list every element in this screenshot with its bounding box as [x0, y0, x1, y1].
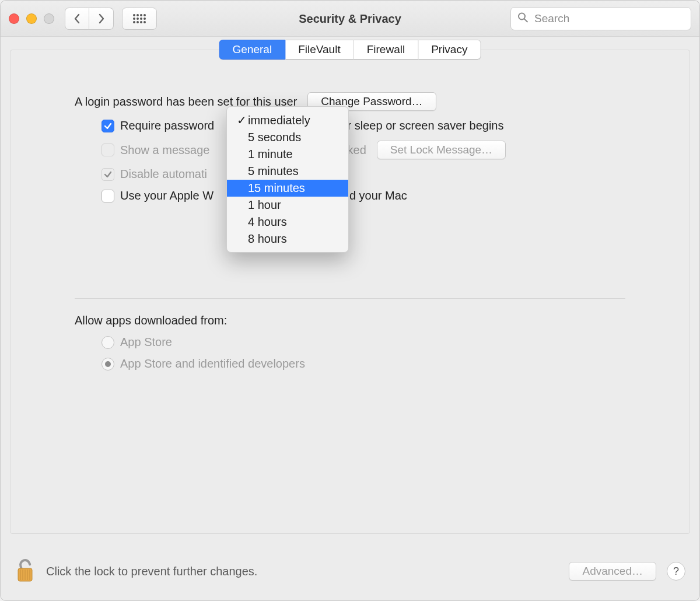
tab-privacy[interactable]: Privacy	[418, 40, 481, 60]
disable-automatic-login-checkbox	[102, 168, 114, 181]
content-panel: General FileVault Firewall Privacy A log…	[10, 50, 690, 534]
allow-apps-heading: Allow apps downloaded from:	[75, 314, 227, 327]
svg-point-9	[136, 21, 139, 23]
svg-point-4	[133, 18, 135, 20]
nav-buttons	[65, 8, 114, 30]
show-lock-message-label: Show a message	[120, 144, 209, 157]
show-lock-message-checkbox	[102, 144, 114, 156]
dropdown-option[interactable]: 15 minutes	[227, 180, 348, 197]
chevron-left-icon	[73, 13, 81, 24]
search-icon	[517, 12, 528, 25]
forward-button[interactable]	[89, 8, 114, 30]
radio-app-store-label: App Store	[120, 336, 172, 349]
disable-automatic-login-label: Disable automati	[120, 167, 207, 181]
checkmark-icon	[104, 170, 112, 179]
show-all-button[interactable]	[122, 8, 157, 30]
dropdown-option[interactable]: 1 hour	[227, 197, 348, 214]
dropdown-option[interactable]: 5 minutes	[227, 163, 348, 180]
checkmark-icon: ✓	[235, 113, 248, 127]
require-password-delay-dropdown[interactable]: ✓ immediately 5 seconds 1 minute 5 minut…	[226, 106, 349, 253]
require-password-label-pre: Require password	[120, 119, 214, 132]
tab-firewall[interactable]: Firewall	[354, 40, 418, 60]
svg-point-8	[133, 21, 135, 23]
lock-hint-text: Click the lock to prevent further change…	[46, 565, 257, 578]
window-controls	[9, 13, 54, 24]
grid-icon	[132, 13, 146, 24]
advanced-button[interactable]: Advanced…	[569, 562, 656, 581]
svg-point-0	[133, 14, 135, 16]
lock-icon[interactable]	[15, 557, 36, 586]
dropdown-option[interactable]: 1 minute	[227, 146, 348, 163]
search-input[interactable]	[510, 7, 691, 30]
require-password-label-post: after sleep or screen saver begins	[328, 119, 503, 132]
tab-filevault[interactable]: FileVault	[285, 40, 354, 60]
close-window-button[interactable]	[9, 13, 19, 24]
dropdown-option[interactable]: 4 hours	[227, 214, 348, 230]
svg-point-6	[140, 18, 142, 20]
set-lock-message-button: Set Lock Message…	[377, 141, 506, 159]
use-apple-watch-label-pre: Use your Apple W	[120, 189, 214, 202]
preferences-window: Security & Privacy General FileVault Fir…	[0, 0, 700, 601]
radio-app-store	[102, 336, 114, 349]
dropdown-option[interactable]: 8 hours	[227, 230, 348, 247]
footer: Click the lock to prevent further change…	[1, 542, 699, 600]
radio-identified-developers	[102, 358, 114, 371]
svg-point-5	[136, 18, 139, 20]
svg-point-2	[140, 14, 142, 16]
svg-line-13	[524, 19, 527, 22]
tab-bar: General FileVault Firewall Privacy	[219, 40, 481, 60]
require-password-checkbox[interactable]	[102, 120, 114, 132]
use-apple-watch-checkbox[interactable]	[102, 190, 114, 202]
radio-identified-developers-label: App Store and identified developers	[120, 357, 305, 371]
separator	[75, 298, 625, 299]
svg-point-7	[144, 18, 146, 20]
dropdown-option[interactable]: 5 seconds	[227, 129, 348, 146]
dropdown-option[interactable]: ✓ immediately	[227, 111, 348, 129]
chevron-right-icon	[97, 13, 106, 24]
svg-point-11	[144, 21, 146, 23]
svg-point-10	[140, 21, 142, 23]
checkmark-icon	[104, 122, 112, 130]
help-button[interactable]: ?	[667, 562, 685, 581]
svg-point-1	[136, 14, 139, 16]
tab-general[interactable]: General	[219, 40, 286, 60]
svg-point-3	[144, 14, 146, 16]
zoom-window-button	[44, 13, 54, 24]
minimize-window-button[interactable]	[26, 13, 37, 24]
titlebar: Security & Privacy	[1, 1, 699, 37]
back-button[interactable]	[65, 8, 89, 30]
